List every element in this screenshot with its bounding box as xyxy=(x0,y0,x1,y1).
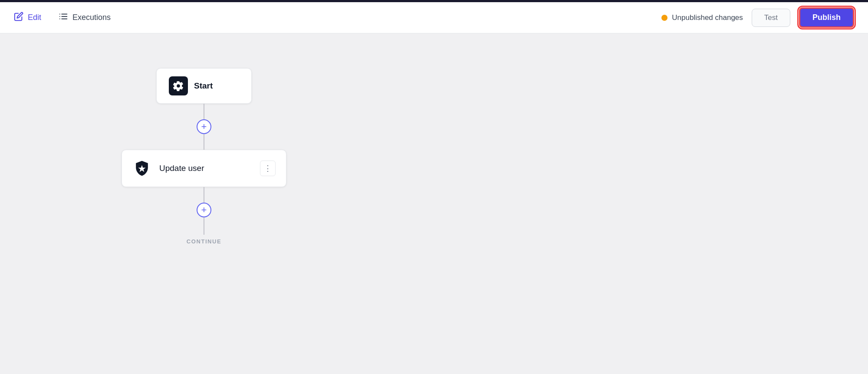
continue-label: CONTINUE xyxy=(187,238,221,245)
add-step-button-2[interactable]: + xyxy=(197,203,211,217)
start-node[interactable]: Start xyxy=(156,68,252,104)
executions-icon xyxy=(59,12,68,23)
gear-icon xyxy=(173,80,184,92)
start-node-icon xyxy=(169,76,188,95)
nav-edit[interactable]: Edit xyxy=(14,12,41,23)
publish-button[interactable]: Publish xyxy=(799,7,854,28)
connector-1 xyxy=(204,104,204,119)
add-step-button-1[interactable]: + xyxy=(197,119,211,134)
update-user-label: Update user xyxy=(159,164,252,173)
nav-executions[interactable]: Executions xyxy=(59,12,111,23)
status-text: Unpublished changes xyxy=(672,13,743,22)
edit-icon xyxy=(14,12,23,23)
black-bar xyxy=(0,0,868,2)
connector-4 xyxy=(204,217,204,235)
topbar-left: Edit Executions xyxy=(14,12,111,23)
status-dot xyxy=(661,15,667,21)
executions-label: Executions xyxy=(72,13,111,22)
edit-label: Edit xyxy=(28,13,41,22)
topbar-right: Unpublished changes Test Publish xyxy=(661,7,854,28)
update-user-icon xyxy=(132,159,151,178)
test-button[interactable]: Test xyxy=(752,9,790,27)
topbar: Edit Executions Unpublished changes xyxy=(0,2,868,33)
connector-2 xyxy=(204,134,204,150)
status-indicator: Unpublished changes xyxy=(661,13,743,22)
node-menu-button[interactable]: ⋮ xyxy=(260,161,276,176)
workflow-canvas: Start + Update user ⋮ + xyxy=(0,33,868,374)
flow-container: Start + Update user ⋮ + xyxy=(122,68,286,245)
update-user-node[interactable]: Update user ⋮ xyxy=(122,150,286,187)
start-node-label: Start xyxy=(194,81,213,91)
menu-dots-icon: ⋮ xyxy=(264,164,272,173)
connector-3 xyxy=(204,187,204,203)
